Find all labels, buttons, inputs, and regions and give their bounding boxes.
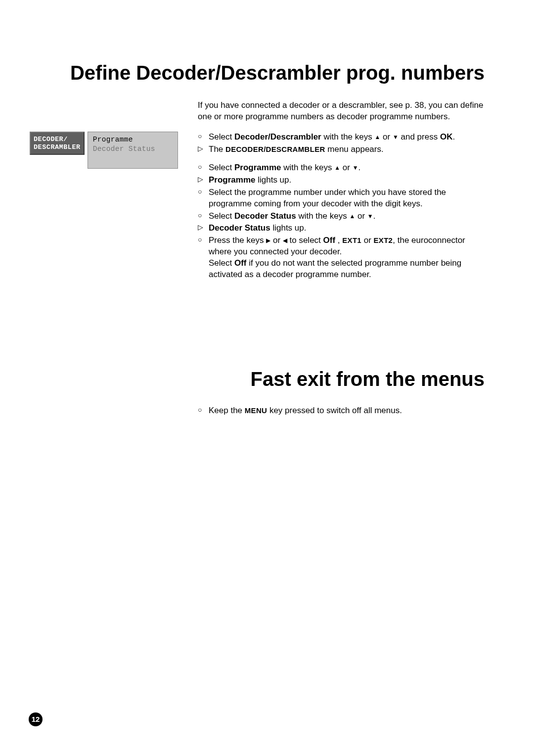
right-icon: ▶ xyxy=(266,236,270,244)
up-icon: ▲ xyxy=(334,164,340,172)
step-8: Press the keys ▶ or ◀ to select Off , EX… xyxy=(198,235,490,281)
page-title-1: Define Decoder/Descrambler prog. numbers xyxy=(30,59,490,86)
step-5: Select the programme number under which … xyxy=(198,187,490,210)
down-icon: ▼ xyxy=(353,164,358,172)
button-line-1: DECODER/ xyxy=(34,136,68,143)
step-3: Select Programme with the keys ▲ or ▼. xyxy=(198,162,490,174)
panel-item-programme: Programme xyxy=(93,135,173,145)
menu-panel: Programme Decoder Status xyxy=(88,132,178,169)
fast-exit-step: Keep the MENU key pressed to switch off … xyxy=(198,405,490,417)
up-icon: ▲ xyxy=(374,133,380,141)
left-icon: ◀ xyxy=(283,236,287,244)
panel-item-decoder-status: Decoder Status xyxy=(93,144,173,154)
osd-menu-illustration: DECODER/ DESCRAMBLER Programme Decoder S… xyxy=(30,132,178,169)
page-number-badge: 12 xyxy=(29,712,43,726)
content-row: DECODER/ DESCRAMBLER Programme Decoder S… xyxy=(30,132,490,282)
page-title-2: Fast exit from the menus xyxy=(30,366,490,392)
step-2: The DECODER/DESCRAMBLER menu appears. xyxy=(198,144,490,155)
decoder-button: DECODER/ DESCRAMBLER xyxy=(30,132,85,155)
down-icon: ▼ xyxy=(393,133,399,141)
intro-text: If you have connected a decoder or a des… xyxy=(198,100,490,123)
manual-page: Define Decoder/Descrambler prog. numbers… xyxy=(0,0,534,447)
step-4: Programme lights up. xyxy=(198,175,490,186)
step-7: Decoder Status lights up. xyxy=(198,223,490,234)
step-6: Select Decoder Status with the keys ▲ or… xyxy=(198,211,490,222)
fast-exit-section: Keep the MENU key pressed to switch off … xyxy=(198,405,490,417)
button-line-2: DESCRAMBLER xyxy=(34,143,81,151)
instruction-steps: Select Decoder/Descrambler with the keys… xyxy=(198,132,490,282)
step-1: Select Decoder/Descrambler with the keys… xyxy=(198,132,490,143)
up-icon: ▲ xyxy=(349,212,355,220)
down-icon: ▼ xyxy=(367,212,373,220)
